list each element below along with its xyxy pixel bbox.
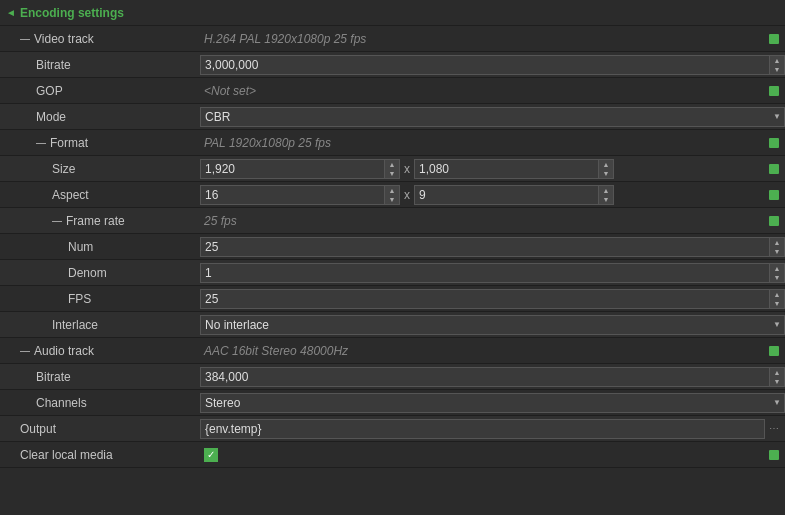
video-track-arrow: — [20, 33, 30, 44]
gop-row: GOP <Not set> [0, 78, 785, 104]
mode-row: Mode CBR VBR ▼ [0, 104, 785, 130]
denom-value-cell: ▲ ▼ [200, 263, 785, 283]
num-spinner: ▲ ▼ [769, 237, 785, 257]
size-label: Size [52, 162, 75, 176]
audio-bitrate-label: Bitrate [36, 370, 71, 384]
aspect-h-spinner: ▲ ▼ [598, 185, 614, 205]
num-value-cell: ▲ ▼ [200, 237, 785, 257]
mode-dropdown-wrap: CBR VBR ▼ [200, 107, 785, 127]
aspect-h-up[interactable]: ▲ [599, 186, 613, 195]
size-x-separator: x [400, 162, 414, 176]
num-down[interactable]: ▼ [770, 247, 784, 256]
channels-label: Channels [36, 396, 87, 410]
video-bitrate-row: Bitrate ▲ ▼ [0, 52, 785, 78]
video-bitrate-up[interactable]: ▲ [770, 56, 784, 65]
interlace-value-cell: No interlace Interlaced ▼ [200, 315, 785, 335]
video-bitrate-label: Bitrate [36, 58, 71, 72]
video-track-value: H.264 PAL 1920x1080p 25 fps [200, 32, 366, 46]
output-grid-icon: ⋯ [769, 423, 779, 434]
audio-bitrate-input[interactable] [200, 367, 769, 387]
output-label: Output [20, 422, 56, 436]
video-bitrate-input[interactable] [200, 55, 769, 75]
video-track-indicator [769, 34, 779, 44]
size-w-up[interactable]: ▲ [385, 160, 399, 169]
format-indicator [769, 138, 779, 148]
clear-local-media-label: Clear local media [20, 448, 113, 462]
framerate-label-cell: — Frame rate [0, 214, 200, 228]
fps-up[interactable]: ▲ [770, 290, 784, 299]
num-up[interactable]: ▲ [770, 238, 784, 247]
size-value-cell: ▲ ▼ x ▲ ▼ [200, 159, 769, 179]
channels-row: Channels Stereo Mono 5.1 ▼ [0, 390, 785, 416]
denom-spinner: ▲ ▼ [769, 263, 785, 283]
fps-input[interactable] [200, 289, 769, 309]
audio-bitrate-spinner: ▲ ▼ [769, 367, 785, 387]
clear-local-media-value-cell [200, 448, 769, 462]
gop-label-cell: GOP [0, 84, 200, 98]
output-value-cell [200, 419, 765, 439]
size-h-wrap: ▲ ▼ [414, 159, 614, 179]
denom-input[interactable] [200, 263, 769, 283]
num-row: Num ▲ ▼ [0, 234, 785, 260]
num-input-wrap: ▲ ▼ [200, 237, 785, 257]
aspect-w-wrap: ▲ ▼ [200, 185, 400, 205]
size-label-cell: Size [0, 162, 200, 176]
channels-select[interactable]: Stereo Mono 5.1 [200, 393, 785, 413]
aspect-indicator [769, 190, 779, 200]
denom-label-cell: Denom [0, 266, 200, 280]
framerate-label: Frame rate [66, 214, 125, 228]
clear-local-media-row: Clear local media [0, 442, 785, 468]
size-w-down[interactable]: ▼ [385, 169, 399, 178]
encoding-settings-header[interactable]: ◄ Encoding settings [0, 0, 785, 26]
denom-input-wrap: ▲ ▼ [200, 263, 785, 283]
size-width-input[interactable] [200, 159, 384, 179]
framerate-row: — Frame rate 25 fps [0, 208, 785, 234]
aspect-w-down[interactable]: ▼ [385, 195, 399, 204]
denom-up[interactable]: ▲ [770, 264, 784, 273]
framerate-value: 25 fps [200, 214, 237, 228]
audio-track-value-cell: AAC 16bit Stereo 48000Hz [200, 344, 769, 358]
aspect-width-input[interactable] [200, 185, 384, 205]
video-bitrate-input-wrap: ▲ ▼ [200, 55, 785, 75]
size-h-up[interactable]: ▲ [599, 160, 613, 169]
num-label: Num [68, 240, 93, 254]
aspect-h-down[interactable]: ▼ [599, 195, 613, 204]
aspect-w-spinner: ▲ ▼ [384, 185, 400, 205]
num-input[interactable] [200, 237, 769, 257]
size-indicator [769, 164, 779, 174]
output-row: Output ⋯ [0, 416, 785, 442]
mode-label: Mode [36, 110, 66, 124]
audio-track-arrow: — [20, 345, 30, 356]
video-bitrate-down[interactable]: ▼ [770, 65, 784, 74]
fps-spinner: ▲ ▼ [769, 289, 785, 309]
clear-local-media-label-cell: Clear local media [0, 448, 200, 462]
encoding-panel: ◄ Encoding settings — Video track H.264 … [0, 0, 785, 468]
channels-value-cell: Stereo Mono 5.1 ▼ [200, 393, 785, 413]
interlace-select[interactable]: No interlace Interlaced [200, 315, 785, 335]
audio-bitrate-label-cell: Bitrate [0, 370, 200, 384]
encoding-settings-title: Encoding settings [20, 6, 124, 20]
audio-track-label: Audio track [34, 344, 94, 358]
video-bitrate-label-cell: Bitrate [0, 58, 200, 72]
gop-value-cell: <Not set> [200, 84, 769, 98]
clear-local-media-checkbox[interactable] [204, 448, 218, 462]
fps-down[interactable]: ▼ [770, 299, 784, 308]
audio-track-indicator [769, 346, 779, 356]
aspect-w-up[interactable]: ▲ [385, 186, 399, 195]
size-height-input[interactable] [414, 159, 598, 179]
size-h-down[interactable]: ▼ [599, 169, 613, 178]
format-value: PAL 1920x1080p 25 fps [200, 136, 331, 150]
audio-bitrate-input-wrap: ▲ ▼ [200, 367, 785, 387]
audio-track-label-cell: — Audio track [0, 344, 200, 358]
video-track-label-cell: — Video track [0, 32, 200, 46]
interlace-dropdown-wrap: No interlace Interlaced ▼ [200, 315, 785, 335]
interlace-row: Interlace No interlace Interlaced ▼ [0, 312, 785, 338]
output-input[interactable] [200, 419, 765, 439]
mode-value-cell: CBR VBR ▼ [200, 107, 785, 127]
audio-bitrate-down[interactable]: ▼ [770, 377, 784, 386]
denom-down[interactable]: ▼ [770, 273, 784, 282]
aspect-height-input[interactable] [414, 185, 598, 205]
audio-bitrate-up[interactable]: ▲ [770, 368, 784, 377]
mode-select[interactable]: CBR VBR [200, 107, 785, 127]
output-label-cell: Output [0, 422, 200, 436]
